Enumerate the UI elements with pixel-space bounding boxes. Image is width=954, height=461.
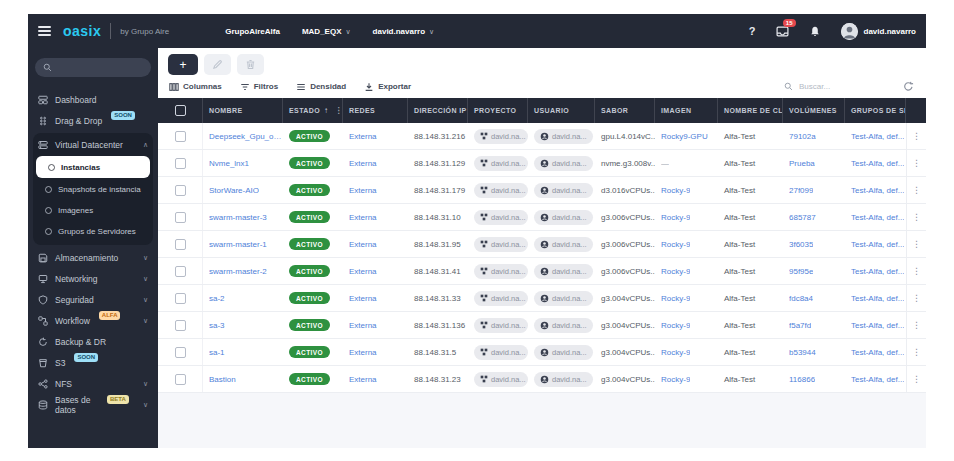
refresh-button[interactable] [903, 81, 914, 92]
security-groups-link[interactable]: Test-Alfa, def... [851, 321, 904, 330]
row-checkbox[interactable] [175, 239, 186, 250]
instance-name-link[interactable]: StorWare-AIO [209, 186, 259, 195]
user-selector[interactable]: david.navarro∨ [373, 27, 435, 36]
column-header-sabor[interactable]: SABOR [595, 98, 655, 123]
image-link[interactable]: Rocky-9 [661, 294, 690, 303]
security-groups-link[interactable]: Test-Alfa, def... [851, 186, 904, 195]
project-chip[interactable]: david.na... [474, 210, 528, 225]
user-chip[interactable]: david.na... [534, 156, 593, 171]
security-groups-link[interactable]: Test-Alfa, def... [851, 213, 904, 222]
row-checkbox[interactable] [175, 293, 186, 304]
row-checkbox[interactable] [175, 320, 186, 331]
user-chip[interactable]: david.na... [534, 372, 593, 387]
row-checkbox[interactable] [175, 131, 186, 142]
row-actions-kebab-icon[interactable]: ⋮ [912, 320, 921, 330]
user-chip[interactable]: david.na... [534, 210, 593, 225]
density-button[interactable]: Densidad [296, 82, 346, 92]
image-link[interactable]: — [661, 159, 669, 168]
security-groups-link[interactable]: Test-Alfa, def... [851, 240, 904, 249]
network-link[interactable]: Externa [349, 267, 377, 276]
network-link[interactable]: Externa [349, 321, 377, 330]
image-link[interactable]: Rocky9-GPU [661, 132, 708, 141]
user-chip[interactable]: david.na... [534, 264, 593, 279]
network-link[interactable]: Externa [349, 132, 377, 141]
row-actions-kebab-icon[interactable]: ⋮ [912, 347, 921, 357]
sidebar-item-dashboard[interactable]: Dashboard [33, 89, 153, 110]
project-chip[interactable]: david.na... [474, 291, 528, 306]
column-header-nombre-de-cl[interactable]: NOMBRE DE CL... [718, 98, 783, 123]
image-link[interactable]: Rocky-9 [661, 348, 690, 357]
instance-name-link[interactable]: sa-2 [209, 294, 225, 303]
instance-name-link[interactable]: swarm-master-3 [209, 213, 267, 222]
account-menu[interactable]: david.navarro [841, 23, 916, 40]
row-checkbox[interactable] [175, 347, 186, 358]
network-link[interactable]: Externa [349, 294, 377, 303]
sidebar-item-drag-and-drop[interactable]: Drag & Drop SOON [33, 110, 153, 131]
volumes-link[interactable]: 79102a [789, 132, 816, 141]
user-chip[interactable]: david.na... [534, 129, 593, 144]
network-link[interactable]: Externa [349, 348, 377, 357]
network-link[interactable]: Externa [349, 240, 377, 249]
column-header-grupos-de-seg[interactable]: GRUPOS DE SEG... [845, 98, 906, 123]
row-checkbox[interactable] [175, 266, 186, 277]
instance-name-link[interactable]: Deepseek_Gpu_ollama [209, 132, 283, 141]
column-header-proyecto[interactable]: PROYECTO [468, 98, 528, 123]
image-link[interactable]: Rocky-9 [661, 321, 690, 330]
search-input[interactable] [797, 81, 869, 92]
sidebar-item-virtual-datacenter[interactable]: Virtual Datacenter ∧ [33, 134, 153, 155]
row-actions-kebab-icon[interactable]: ⋮ [912, 131, 921, 141]
sidebar-item-seguridad[interactable]: Seguridad ∨ [33, 289, 153, 310]
sidebar-item-bases-de-datos[interactable]: Bases de datos BETA ∨ [33, 394, 153, 415]
row-actions-kebab-icon[interactable]: ⋮ [912, 293, 921, 303]
column-header-usuario[interactable]: USUARIO [528, 98, 595, 123]
security-groups-link[interactable]: Test-Alfa, def... [851, 348, 904, 357]
volumes-link[interactable]: 3f6035 [789, 240, 813, 249]
image-link[interactable]: Rocky-9 [661, 267, 690, 276]
column-menu-icon[interactable]: ⋮ [334, 106, 342, 115]
volumes-link[interactable]: 95f95e [789, 267, 813, 276]
delete-button[interactable] [237, 54, 264, 75]
column-header-imagen[interactable]: IMAGEN [655, 98, 718, 123]
user-chip[interactable]: david.na... [534, 291, 593, 306]
filters-button[interactable]: Filtros [240, 82, 278, 92]
security-groups-link[interactable]: Test-Alfa, def... [851, 267, 904, 276]
sidebar-item-s3[interactable]: S3 SOON [33, 352, 153, 373]
network-link[interactable]: Externa [349, 186, 377, 195]
image-link[interactable]: Rocky-9 [661, 186, 690, 195]
column-header-nombre[interactable]: NOMBRE [203, 98, 283, 123]
security-groups-link[interactable]: Test-Alfa, def... [851, 294, 904, 303]
select-all-checkbox[interactable] [175, 105, 186, 116]
row-checkbox[interactable] [175, 185, 186, 196]
edit-button[interactable] [204, 54, 231, 75]
network-link[interactable]: Externa [349, 213, 377, 222]
column-header-redes[interactable]: REDES [343, 98, 408, 123]
project-chip[interactable]: david.na... [474, 129, 528, 144]
sidebar-item-instancias[interactable]: Instancias [36, 156, 150, 178]
volumes-link[interactable]: fdc8a4 [789, 294, 813, 303]
bell-icon[interactable] [809, 25, 821, 38]
volumes-link[interactable]: b53944 [789, 348, 816, 357]
instance-name-link[interactable]: swarm-master-2 [209, 267, 267, 276]
volumes-link[interactable]: 27f099 [789, 186, 813, 195]
row-actions-kebab-icon[interactable]: ⋮ [912, 374, 921, 384]
instance-name-link[interactable]: sa-1 [209, 348, 225, 357]
volumes-link[interactable]: Prueba [789, 159, 815, 168]
sidebar-item-backup-dr[interactable]: Backup & DR [33, 331, 153, 352]
volumes-link[interactable]: 685787 [789, 213, 816, 222]
columns-button[interactable]: Columnas [169, 82, 222, 92]
instance-name-link[interactable]: Nvme_lnx1 [209, 159, 249, 168]
row-checkbox[interactable] [175, 158, 186, 169]
row-checkbox[interactable] [175, 374, 186, 385]
sidebar-item-almacenamiento[interactable]: Almacenamiento ∨ [33, 247, 153, 268]
security-groups-link[interactable]: Test-Alfa, def... [851, 375, 904, 384]
project-chip[interactable]: david.na... [474, 372, 528, 387]
column-header-estado[interactable]: ESTADO ↑ ⋮ [283, 98, 343, 123]
project-chip[interactable]: david.na... [474, 183, 528, 198]
instance-name-link[interactable]: sa-3 [209, 321, 225, 330]
network-link[interactable]: Externa [349, 159, 377, 168]
row-actions-kebab-icon[interactable]: ⋮ [912, 185, 921, 195]
user-chip[interactable]: david.na... [534, 345, 593, 360]
security-groups-link[interactable]: Test-Alfa, def... [851, 159, 904, 168]
row-actions-kebab-icon[interactable]: ⋮ [912, 239, 921, 249]
sidebar-search-input[interactable] [35, 58, 151, 77]
